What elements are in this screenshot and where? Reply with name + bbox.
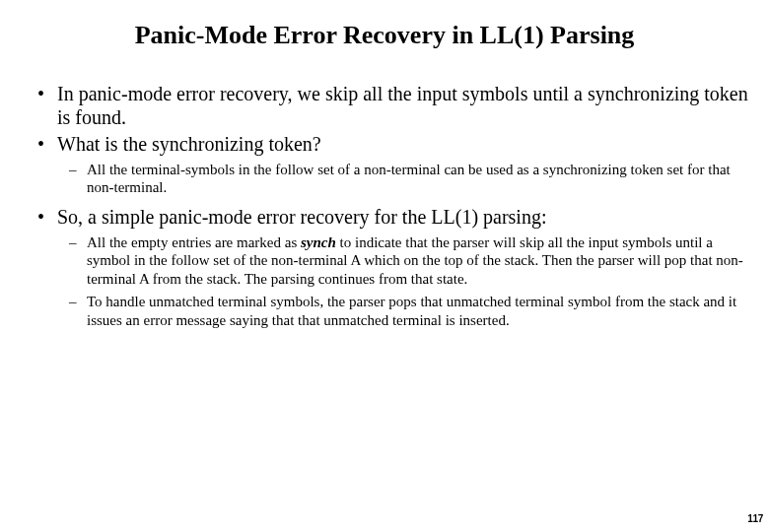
bullet-item-1: In panic-mode error recovery, we skip al… [57, 82, 751, 130]
bullet-text: In panic-mode error recovery, we skip al… [57, 83, 748, 128]
bullet-text: What is the synchronizing token? [57, 133, 321, 155]
sub-bullet-text-pre: All the empty entries are marked as [87, 234, 301, 250]
emphasis-synch: synch [301, 234, 336, 250]
sub-bullet-item: All the terminal-symbols in the follow s… [87, 161, 751, 198]
bullet-item-2: What is the synchronizing token? All the… [57, 132, 751, 197]
bullet-item-3: So, a simple panic-mode error recovery f… [57, 205, 751, 329]
sub-bullet-item: To handle unmatched terminal symbols, th… [87, 293, 751, 330]
sub-bullet-list: All the terminal-symbols in the follow s… [57, 161, 751, 198]
bullet-list: In panic-mode error recovery, we skip al… [18, 82, 751, 330]
sub-bullet-list: All the empty entries are marked as sync… [57, 233, 751, 330]
bullet-text: So, a simple panic-mode error recovery f… [57, 206, 546, 228]
slide: Panic-Mode Error Recovery in LL(1) Parsi… [0, 0, 769, 532]
slide-title: Panic-Mode Error Recovery in LL(1) Parsi… [18, 20, 751, 52]
sub-bullet-text: To handle unmatched terminal symbols, th… [87, 294, 736, 328]
page-number: 117 [747, 513, 763, 524]
sub-bullet-item: All the empty entries are marked as sync… [87, 233, 751, 289]
sub-bullet-text: All the terminal-symbols in the follow s… [87, 162, 731, 196]
